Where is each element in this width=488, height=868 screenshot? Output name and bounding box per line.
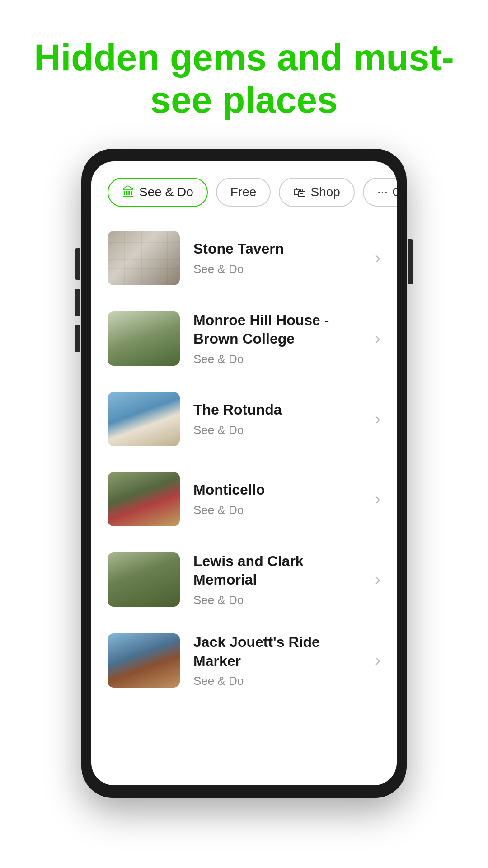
item-info: Monticello See & Do [193, 481, 361, 517]
list-item[interactable]: Monticello See & Do › [91, 459, 397, 539]
item-category: See & Do [193, 674, 361, 688]
other-icon: ··· [377, 185, 388, 199]
item-name: Jack Jouett's Ride Marker [193, 633, 361, 670]
item-name: Stone Tavern [193, 240, 361, 259]
filter-tab-shop-label: Shop [310, 185, 340, 199]
item-info: Jack Jouett's Ride Marker See & Do [193, 633, 361, 688]
hero-title: Hidden gems and must-see places [0, 0, 488, 149]
item-info: The Rotunda See & Do [193, 401, 361, 437]
item-thumbnail [108, 552, 180, 607]
list-item[interactable]: Lewis and Clark Memorial See & Do › [91, 539, 397, 620]
volume-up-button [75, 289, 80, 316]
item-category: See & Do [193, 423, 361, 437]
item-thumbnail [108, 392, 180, 446]
see-do-icon: 🏛 [122, 185, 135, 200]
filter-tab-see-do[interactable]: 🏛 See & Do [108, 178, 208, 207]
filter-tab-shop[interactable]: 🛍 Shop [279, 178, 354, 207]
item-thumbnail [108, 231, 180, 285]
volume-down-button [75, 325, 80, 352]
item-category: See & Do [193, 593, 361, 607]
item-name: The Rotunda [193, 401, 361, 420]
filter-tab-free-label: Free [230, 185, 257, 199]
list-item[interactable]: Jack Jouett's Ride Marker See & Do › [91, 620, 397, 701]
chevron-right-icon: › [375, 651, 380, 670]
item-info: Lewis and Clark Memorial See & Do [193, 552, 361, 607]
item-name: Lewis and Clark Memorial [193, 552, 361, 590]
item-thumbnail [108, 472, 180, 526]
item-info: Monroe Hill House - Brown College See & … [193, 311, 361, 366]
phone-mockup: 🏛 See & Do Free 🛍 Shop ··· Other Stone T… [81, 149, 407, 798]
list-item[interactable]: The Rotunda See & Do › [91, 379, 397, 459]
filter-tab-see-do-label: See & Do [139, 185, 193, 199]
list-item[interactable]: Monroe Hill House - Brown College See & … [91, 298, 397, 379]
chevron-right-icon: › [375, 329, 380, 348]
item-category: See & Do [193, 262, 361, 276]
item-thumbnail [108, 311, 180, 366]
chevron-right-icon: › [375, 570, 380, 589]
filter-bar: 🏛 See & Do Free 🛍 Shop ··· Other [91, 161, 397, 218]
item-category: See & Do [193, 352, 361, 366]
filter-tab-free[interactable]: Free [216, 178, 271, 207]
shop-icon: 🛍 [293, 185, 306, 200]
item-info: Stone Tavern See & Do [193, 240, 361, 276]
filter-tab-other-label: Other [392, 185, 397, 199]
places-list: Stone Tavern See & Do › Monroe Hill Hous… [91, 218, 397, 701]
chevron-right-icon: › [375, 249, 380, 268]
list-item[interactable]: Stone Tavern See & Do › [91, 218, 397, 298]
filter-tab-other[interactable]: ··· Other [363, 178, 397, 207]
item-name: Monroe Hill House - Brown College [193, 311, 361, 349]
item-name: Monticello [193, 481, 361, 500]
item-category: See & Do [193, 503, 361, 517]
chevron-right-icon: › [375, 410, 380, 429]
chevron-right-icon: › [375, 490, 380, 509]
phone-screen: 🏛 See & Do Free 🛍 Shop ··· Other Stone T… [91, 161, 397, 785]
item-thumbnail [108, 633, 180, 688]
